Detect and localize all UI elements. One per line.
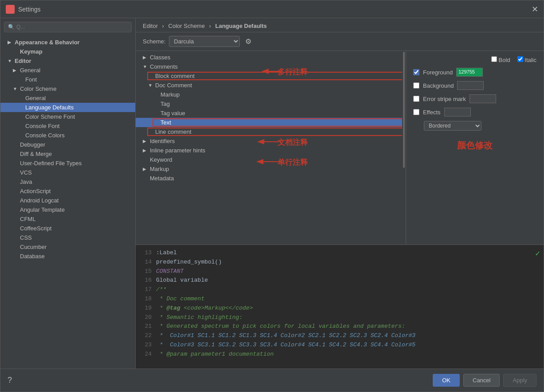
scheme-item-identifiers[interactable]: ▶ Identifiers: [136, 136, 406, 146]
sidebar-item-android-logcat[interactable]: Android Logcat: [0, 196, 135, 205]
scheme-label: Scheme:: [143, 38, 165, 45]
scheme-item-keyword[interactable]: Keyword: [136, 155, 406, 164]
code-content-13: :Label: [156, 248, 177, 258]
sidebar-item-console-font[interactable]: Console Font: [0, 121, 135, 131]
help-button[interactable]: ?: [8, 376, 12, 385]
bottom-bar: ? OK Cancel Apply: [0, 369, 544, 392]
preview-line-21: 21 * Generated spectrum to pick colors f…: [141, 322, 538, 331]
scheme-item-text[interactable]: Text: [136, 118, 406, 127]
foreground-color-swatch[interactable]: 129755: [456, 68, 483, 77]
scheme-item-block-comment[interactable]: Block comment: [136, 71, 406, 81]
preview-line-19: 19 * @tag <code>Markup<</code>: [141, 304, 538, 313]
breadcrumb-language-defaults: Language Defaults: [215, 23, 267, 29]
preview-check-icon: ✓: [535, 248, 540, 258]
sidebar-item-cfml[interactable]: CFML: [0, 214, 135, 224]
background-label: Background: [423, 82, 454, 89]
scheme-item-tag[interactable]: Tag: [136, 99, 406, 109]
effects-checkbox[interactable]: [413, 109, 419, 115]
sidebar-item-language-defaults[interactable]: Language Defaults: [0, 103, 135, 112]
sidebar-item-console-colors[interactable]: Console Colors: [0, 131, 135, 140]
sidebar-item-css[interactable]: CSS: [0, 233, 135, 242]
sidebar-item-color-scheme[interactable]: ▼ Color Scheme: [0, 84, 135, 93]
scheme-item-comments[interactable]: ▼ Comments: [136, 62, 406, 71]
scheme-item-markup-root[interactable]: ▶ Markup: [136, 164, 406, 174]
background-color-swatch[interactable]: [457, 81, 484, 90]
sidebar-item-java[interactable]: Java: [0, 177, 135, 186]
scheme-item-metadata[interactable]: Metadata: [136, 174, 406, 183]
sidebar-item-general[interactable]: ▶ General: [0, 66, 135, 75]
scheme-select[interactable]: Darcula Default High Contrast: [169, 36, 240, 47]
main-area: Editor › Color Scheme › Language Default…: [136, 18, 544, 369]
preview-line-17: 17 /**: [141, 285, 538, 295]
scheme-item-classes[interactable]: ▶ Classes: [136, 53, 406, 62]
italic-label: Italic: [517, 56, 536, 63]
sidebar-item-cs-general[interactable]: General: [0, 93, 135, 103]
scheme-item-markup[interactable]: Markup: [136, 90, 406, 99]
app-icon: [6, 5, 15, 14]
expand-arrow-icon: ▼: [8, 58, 13, 63]
preview-line-23: 23 * Color#3 SC3.1 SC3.2 SC3.3 SC3.4 Col…: [141, 341, 538, 350]
scheme-item-tag-value[interactable]: Tag value: [136, 109, 406, 118]
search-icon: 🔍: [8, 24, 15, 30]
error-stripe-swatch[interactable]: [470, 94, 496, 103]
code-content-18: * Doc comment: [156, 295, 204, 304]
sidebar-item-database[interactable]: Database: [0, 252, 135, 261]
expand-arrow-icon: ▼: [148, 83, 153, 88]
error-stripe-checkbox[interactable]: [413, 96, 419, 102]
close-button[interactable]: ✕: [532, 4, 538, 14]
effects-type-select[interactable]: Bordered Underscored Bold underscored Un…: [424, 121, 481, 131]
effects-type-row: Bordered Underscored Bold underscored Un…: [424, 121, 536, 131]
sidebar: 🔍 ▶ Appearance & Behavior Keymap ▼ Edito…: [0, 18, 136, 369]
preview-line-14: 14 predefined_symbol(): [141, 258, 538, 267]
sidebar-tree: ▶ Appearance & Behavior Keymap ▼ Editor …: [0, 36, 135, 369]
ok-button[interactable]: OK: [433, 374, 460, 387]
bold-checkbox[interactable]: [491, 56, 497, 62]
sidebar-item-editor[interactable]: ▼ Editor: [0, 56, 135, 66]
scheme-tree: ▶ Classes ▼ Comments Block comment: [136, 51, 406, 245]
effects-row: Effects: [413, 108, 536, 116]
expand-arrow-icon: ▼: [143, 64, 148, 69]
sidebar-item-appearance[interactable]: ▶ Appearance & Behavior: [0, 38, 135, 47]
line-number-22: 22: [141, 331, 152, 341]
sidebar-item-cucumber[interactable]: Cucumber: [0, 242, 135, 252]
preview-line-16: 16 Global variable: [141, 276, 538, 285]
scheme-item-line-comment[interactable]: Line comment: [136, 127, 406, 136]
apply-button[interactable]: Apply: [503, 374, 536, 387]
sidebar-item-vcs[interactable]: VCS: [0, 168, 135, 177]
sidebar-item-keymap[interactable]: Keymap: [0, 47, 135, 56]
line-number-13: 13: [141, 248, 152, 258]
sidebar-item-angular-template[interactable]: Angular Template: [0, 205, 135, 214]
sidebar-item-font[interactable]: Font: [0, 75, 135, 84]
effects-swatch[interactable]: [444, 108, 471, 116]
preview-line-18: 18 * Doc comment: [141, 295, 538, 304]
code-content-22: * Color#1 SC1.1 SC1.2 SC1.3 SC1.4 Color#…: [156, 331, 415, 341]
scheme-row: Scheme: Darcula Default High Contrast ⚙: [136, 32, 544, 51]
search-input[interactable]: [16, 24, 128, 30]
italic-checkbox[interactable]: [517, 56, 523, 62]
foreground-checkbox[interactable]: [413, 69, 419, 75]
search-box[interactable]: 🔍: [4, 22, 132, 32]
scrollbar-thumb: [403, 52, 405, 168]
sidebar-item-diff-merge[interactable]: Diff & Merge: [0, 149, 135, 159]
sidebar-item-debugger[interactable]: Debugger: [0, 140, 135, 149]
sidebar-item-user-defined[interactable]: User-Defined File Types: [0, 159, 135, 168]
content-area: 🔍 ▶ Appearance & Behavior Keymap ▼ Edito…: [0, 18, 544, 369]
breadcrumb-color-scheme: Color Scheme: [168, 23, 205, 29]
line-number-15: 15: [141, 267, 152, 276]
code-content-15: CONSTANT: [156, 267, 184, 276]
sidebar-item-coffeescript[interactable]: CoffeeScript: [0, 224, 135, 233]
scheme-item-doc-comment[interactable]: ▼ Doc Comment: [136, 81, 406, 90]
cancel-button[interactable]: Cancel: [463, 374, 500, 387]
background-checkbox[interactable]: [413, 82, 419, 89]
code-content-17: /**: [156, 285, 166, 295]
line-number-14: 14: [141, 258, 152, 267]
scheme-gear-button[interactable]: ⚙: [243, 37, 253, 47]
breadcrumb-sep-1: ›: [162, 23, 166, 29]
svg-point-0: [8, 7, 13, 12]
scheme-item-inline-param[interactable]: ▶ Inline parameter hints: [136, 146, 406, 155]
sidebar-item-actionscript[interactable]: ActionScript: [0, 186, 135, 196]
line-number-20: 20: [141, 313, 152, 322]
sidebar-item-cs-font[interactable]: Color Scheme Font: [0, 112, 135, 121]
preview-line-13: 13 :Label: [141, 248, 538, 258]
error-stripe-row: Error stripe mark: [413, 94, 536, 103]
